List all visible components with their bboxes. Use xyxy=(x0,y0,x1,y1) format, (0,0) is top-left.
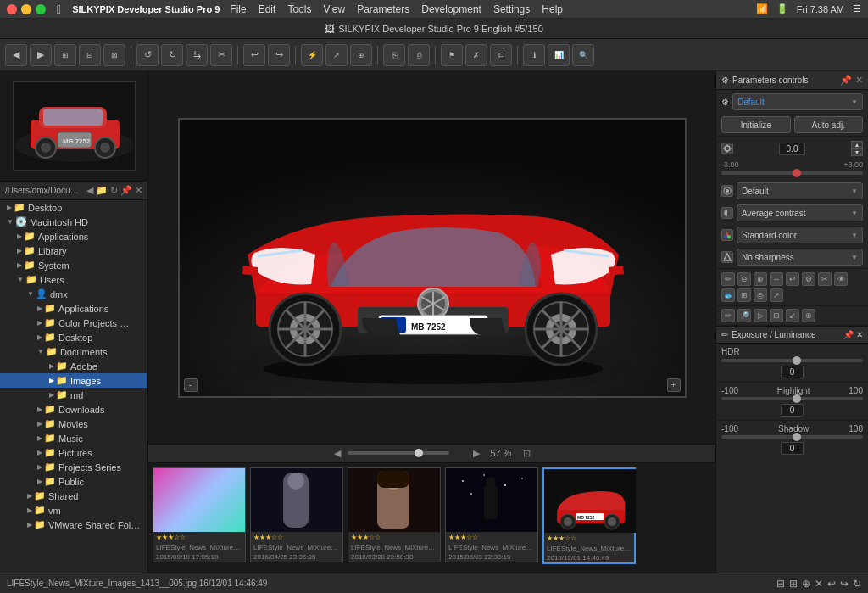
tb-develop[interactable]: ⚡ xyxy=(301,44,323,66)
status-icon-1[interactable]: ⊟ xyxy=(776,578,785,590)
tool-4[interactable]: ↔ xyxy=(770,272,783,286)
menu-view[interactable]: View xyxy=(323,3,345,15)
minimize-button[interactable] xyxy=(21,4,31,14)
wb-dropdown[interactable]: Default ▼ xyxy=(737,182,863,199)
tool-1[interactable]: ✏ xyxy=(721,272,735,286)
filmstrip-item-1[interactable]: ★★★☆☆ LIFEStyle_News_MiXture_Image 2015/… xyxy=(153,467,246,562)
exposure-thumb[interactable] xyxy=(793,169,801,177)
tool-6[interactable]: ⚙ xyxy=(802,272,815,286)
tb-export[interactable]: ↗ xyxy=(326,44,348,66)
tb-compare-view[interactable]: ⊠ xyxy=(103,44,125,66)
menu-edit[interactable]: Edit xyxy=(259,3,276,15)
tree-desktop-dmx[interactable]: ▶ 📁 Desktop xyxy=(0,330,147,344)
tool-11[interactable]: ◎ xyxy=(754,288,767,302)
tb-reject[interactable]: ✗ xyxy=(465,44,487,66)
tree-dmx[interactable]: ▼ 👤 dmx xyxy=(0,287,147,301)
tree-vmware[interactable]: ▶ 📁 VMware Shared Folders xyxy=(0,517,147,532)
nav-folder[interactable]: 📁 xyxy=(96,185,108,196)
preset-dropdown[interactable]: Default ▼ xyxy=(732,93,863,110)
tool-16[interactable]: ⊟ xyxy=(770,309,783,322)
contrast-dropdown[interactable]: Average contrast ▼ xyxy=(737,204,863,221)
tool-9[interactable]: 🐟 xyxy=(721,288,735,302)
tool-3[interactable]: ⊕ xyxy=(754,272,767,286)
tree-applications-dmx[interactable]: ▶ 📁 Applications xyxy=(0,301,147,316)
nav-refresh[interactable]: ↻ xyxy=(110,185,118,196)
tree-pictures[interactable]: ▶ 📁 Pictures xyxy=(0,445,147,460)
menu-tools[interactable]: Tools xyxy=(287,3,311,15)
tree-library[interactable]: ▶ 📁 Library xyxy=(0,243,147,258)
tool-14[interactable]: 🔎 xyxy=(737,309,751,322)
exp-section-close[interactable]: ✕ xyxy=(856,330,863,339)
tb-paste-params[interactable]: ⎙ xyxy=(408,44,430,66)
auto-adj-button[interactable]: Auto adj. xyxy=(794,116,864,133)
tool-17[interactable]: ↙ xyxy=(786,309,799,322)
tree-desktop[interactable]: ▶ 📁 Desktop xyxy=(0,200,147,215)
app-name[interactable]: SILKYPIX Developer Studio Pro 9 xyxy=(72,4,220,14)
tb-nav-prev[interactable]: ◀ xyxy=(5,44,27,66)
tool-2[interactable]: ⊖ xyxy=(737,272,751,286)
tree-images[interactable]: ▶ 📁 Images xyxy=(0,373,147,388)
apple-menu[interactable]:  xyxy=(57,3,61,16)
tb-rotate-left[interactable]: ↺ xyxy=(136,44,159,66)
tb-batch[interactable]: ⊕ xyxy=(350,44,372,66)
tree-shared[interactable]: ▶ 📁 Shared xyxy=(0,489,147,503)
exp-section-pin[interactable]: 📌 xyxy=(843,330,854,339)
zoom-in-btn[interactable]: + xyxy=(667,378,681,392)
zoom-thumb[interactable] xyxy=(415,449,423,457)
tb-search[interactable]: 🔍 xyxy=(572,44,594,66)
tb-grid-view[interactable]: ⊞ xyxy=(54,44,76,66)
panel-pin[interactable]: 📌 xyxy=(840,75,852,86)
tree-adobe[interactable]: ▶ 📁 Adobe xyxy=(0,359,147,373)
tb-histogram[interactable]: 📊 xyxy=(548,44,570,66)
zoom-right-arrow[interactable]: ▶ xyxy=(473,448,480,459)
filmstrip-item-5[interactable]: MB 7252 ★★★☆☆ LIFEStyle_News_MiXture_Ima… xyxy=(542,467,636,564)
menu-settings[interactable]: Settings xyxy=(493,3,530,15)
tree-users[interactable]: ▼ 📁 Users xyxy=(0,272,147,287)
color-dropdown[interactable]: Standard color ▼ xyxy=(737,227,863,243)
panel-close-right[interactable]: ✕ xyxy=(855,75,863,86)
tree-macintosh-hd[interactable]: ▼ 💽 Macintosh HD xyxy=(0,215,147,229)
hdr-track[interactable] xyxy=(721,359,863,362)
hdr-thumb[interactable] xyxy=(793,356,801,365)
tree-applications-top[interactable]: ▶ 📁 Applications xyxy=(0,229,147,243)
tb-color-label[interactable]: 🏷 xyxy=(490,44,512,66)
exposure-up[interactable]: ▲ xyxy=(851,141,863,148)
sharpness-dropdown[interactable]: No sharpness ▼ xyxy=(737,249,863,266)
initialize-button[interactable]: Initialize xyxy=(721,116,791,133)
highlight-thumb[interactable] xyxy=(793,394,801,403)
tb-info[interactable]: ℹ xyxy=(523,44,545,66)
tb-single-view[interactable]: ⊟ xyxy=(79,44,101,66)
status-icon-2[interactable]: ⊞ xyxy=(789,578,798,590)
maximize-button[interactable] xyxy=(36,4,46,14)
pin-icon[interactable]: 📌 xyxy=(120,185,132,196)
status-refresh[interactable]: ↻ xyxy=(853,578,861,590)
tool-13[interactable]: ✏ xyxy=(721,309,735,322)
tb-flag[interactable]: ⚑ xyxy=(441,44,463,66)
tb-undo[interactable]: ↩ xyxy=(243,44,265,66)
tool-8[interactable]: 👁 xyxy=(834,272,848,286)
menu-development[interactable]: Development xyxy=(421,3,481,15)
zoom-slider-container[interactable] xyxy=(348,451,466,455)
tool-5[interactable]: ↩ xyxy=(786,272,799,286)
exposure-icon[interactable] xyxy=(721,143,733,154)
tree-vm[interactable]: ▶ 📁 vm xyxy=(0,503,147,517)
tb-flip-h[interactable]: ⇆ xyxy=(186,44,208,66)
tree-md[interactable]: ▶ 📁 md xyxy=(0,388,147,402)
menu-file[interactable]: File xyxy=(230,3,246,15)
main-image-viewer[interactable]: S MB 7252 xyxy=(148,71,715,444)
zoom-out-btn[interactable]: - xyxy=(184,378,198,392)
status-icon-3[interactable]: ⊕ xyxy=(802,578,810,590)
tree-movies[interactable]: ▶ 📁 Movies xyxy=(0,417,147,431)
tb-crop[interactable]: ✂ xyxy=(210,44,232,66)
close-button[interactable] xyxy=(7,4,17,14)
tree-projects-series[interactable]: ▶ 📁 Projects Series xyxy=(0,460,147,474)
tree-public[interactable]: ▶ 📁 Public xyxy=(0,474,147,489)
tree-downloads[interactable]: ▶ 📁 Downloads xyxy=(0,402,147,417)
shadow-thumb[interactable] xyxy=(793,433,801,441)
tb-copy-params[interactable]: ⎘ xyxy=(383,44,405,66)
shadow-track[interactable] xyxy=(721,435,863,439)
filmstrip-item-2[interactable]: ★★★☆☆ LIFEStyle_News_MiXture_Image 2016/… xyxy=(250,467,343,562)
zoom-fit[interactable]: ⊡ xyxy=(523,448,531,459)
exposure-down[interactable]: ▼ xyxy=(851,148,863,156)
tree-system[interactable]: ▶ 📁 System xyxy=(0,258,147,272)
